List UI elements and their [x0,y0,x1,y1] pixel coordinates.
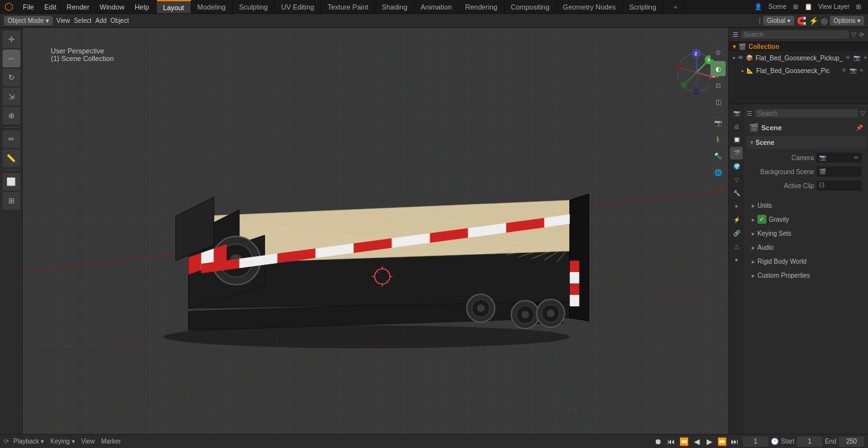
view-solid-btn[interactable]: ◐ [710,61,726,76]
tab-rendering[interactable]: Rendering [459,0,505,13]
add-menu[interactable]: Add [95,17,107,24]
prev-keyframe-btn[interactable]: ⏪ [678,436,689,447]
prop-tab-world[interactable]: 🌍 [730,160,743,173]
snap-icon[interactable]: ⚡ [809,17,818,25]
transform-tool[interactable]: ⊕ [3,107,20,125]
visibility-icon-1[interactable]: 📐 [747,67,754,74]
view-menu[interactable]: View [57,17,71,24]
collection-expand-icon[interactable]: ▾ [733,43,736,50]
custom-props-row[interactable]: ▸ Custom Properties [747,268,865,282]
add-cube-tool[interactable]: ⬜ [3,173,20,191]
menu-render[interactable]: Render [62,0,95,13]
tab-layout[interactable]: Layout [157,0,191,13]
local-view-btn[interactable]: 📷 [710,115,726,130]
move-tool[interactable]: ↔ [3,50,20,67]
play-btn[interactable]: ▶ [703,436,715,447]
props-search-input[interactable] [755,109,858,118]
prop-tab-constraints[interactable]: 🔗 [730,227,743,240]
transform-global-btn[interactable]: Global ▾ [763,16,794,25]
walk-nav-btn[interactable]: 🚶 [710,132,726,147]
menu-edit[interactable]: Edit [39,0,62,13]
view-layer-name[interactable]: View Layer [817,3,851,10]
rotate-tool[interactable]: ↻ [3,69,20,86]
restrict-icon-0[interactable]: 👁 [845,55,851,61]
scene-section-header[interactable]: ▾ Scene [747,136,865,149]
tab-shading[interactable]: Shading [376,0,414,13]
prop-tab-material[interactable]: ● [730,254,743,266]
menu-window[interactable]: Window [95,0,130,13]
view-perspective-btn[interactable]: ⊙ [710,44,726,60]
next-keyframe-btn[interactable]: ⏩ [716,436,728,447]
scene-name[interactable]: Scene [766,3,788,10]
add-tool[interactable]: ⊞ [3,192,20,210]
camera-value[interactable]: 📷 ✏ [817,153,862,163]
keying-btn[interactable]: Keying ▾ [48,438,76,445]
gravity-row[interactable]: ▸ ✓ Gravity [747,212,865,226]
active-clip-value[interactable]: 🎞 [817,180,862,191]
visibility-icon-0[interactable]: 👁 [738,55,743,61]
view-btn[interactable]: View [79,438,97,445]
rigid-body-row[interactable]: ▸ Rigid Body World [747,254,865,268]
tab-uv-editing[interactable]: UV Editing [275,0,321,13]
tab-scripting[interactable]: Scripting [623,0,663,13]
marker-btn[interactable]: Marker [99,438,123,445]
tab-add[interactable]: + [663,0,684,13]
annotate-tool[interactable]: ✏ [3,130,20,148]
tab-geometry-nodes[interactable]: Geometry Nodes [557,0,623,13]
bg-scene-value[interactable]: 🎬 [817,166,862,177]
filter-icon[interactable]: ▽ [851,31,857,38]
options-btn[interactable]: Options ▾ [830,16,864,25]
props-filter[interactable]: ▽ [860,110,865,117]
menu-file[interactable]: File [18,0,39,13]
end-frame-input[interactable] [839,437,864,447]
prop-tab-scene[interactable]: 🎬 [730,147,743,160]
playback-btn[interactable]: Playback ▾ [11,438,46,445]
skip-end-btn[interactable]: ⏭ [729,436,740,447]
cursor-tool[interactable]: ✛ [3,31,20,48]
tab-texture-paint[interactable]: Texture Paint [321,0,375,13]
prop-tab-output[interactable]: 🖨 [730,120,743,133]
select-menu[interactable]: Select [74,17,92,24]
restrict-icon-1[interactable]: 👁 [841,67,847,74]
units-row[interactable]: ▸ Units [747,198,865,212]
prop-tab-data[interactable]: △ [730,240,743,253]
select-icon-1[interactable]: ✦ [859,67,864,74]
outliner-item-1[interactable]: ▸ 📐 Flat_Bed_Gooseneck_Pic 👁 📷 ✦ [729,64,868,77]
render-icon-1[interactable]: 📷 [850,67,857,74]
prop-tab-render[interactable]: 📷 [730,107,743,119]
outliner-item-0[interactable]: ▾ 👁 📦 Flat_Bed_Gooseneck_Pickup_ 👁 📷 ✦ [729,51,868,64]
props-pin[interactable]: 📌 [856,125,863,131]
tab-sculpting[interactable]: Sculpting [233,0,275,13]
prop-tab-object[interactable]: ▽ [730,173,743,186]
camera-edit-icon[interactable]: ✏ [854,154,859,161]
scale-tool[interactable]: ⇲ [3,88,20,105]
record-btn[interactable]: ⏺ [653,436,664,447]
prop-tab-viewlayer[interactable]: 🔲 [730,133,743,146]
prop-tab-modifier[interactable]: 🔧 [730,187,743,200]
xray-btn[interactable]: ◫ [710,94,726,109]
outliner-search[interactable] [741,31,849,39]
gravity-checkbox[interactable]: ✓ [757,215,766,224]
tab-compositing[interactable]: Compositing [505,0,557,13]
sync-icon[interactable]: ⟳ [859,31,864,38]
prop-tab-particles[interactable]: ✦ [730,200,743,213]
tab-animation[interactable]: Animation [414,0,459,13]
skip-start-btn[interactable]: ⏮ [665,436,677,447]
menu-help[interactable]: Help [130,0,154,13]
object-menu[interactable]: Object [111,17,129,24]
viewport-area[interactable]: User Perspective (1) Scene Collection Y … [23,28,728,434]
magnet-icon[interactable]: 🧲 [797,17,806,25]
render-icon-0[interactable]: 📷 [853,55,860,61]
proportional-icon[interactable]: ◎ [821,17,827,25]
start-frame-input[interactable] [797,437,822,447]
play-reverse-btn[interactable]: ◀ [691,436,702,447]
material-preview-btn[interactable]: 🌐 [710,165,726,180]
tab-modeling[interactable]: Modeling [191,0,233,13]
measure-tool[interactable]: 📏 [3,149,20,167]
render-preview-btn[interactable]: 🔦 [710,148,726,163]
object-mode-btn[interactable]: Object Mode ▾ [4,16,53,25]
keying-sets-row[interactable]: ▸ Keying Sets [747,226,865,240]
audio-row[interactable]: ▸ Audio [747,240,865,254]
prop-tab-physics[interactable]: ⚡ [730,214,743,226]
overlay-btn[interactable]: ⊡ [710,78,726,93]
